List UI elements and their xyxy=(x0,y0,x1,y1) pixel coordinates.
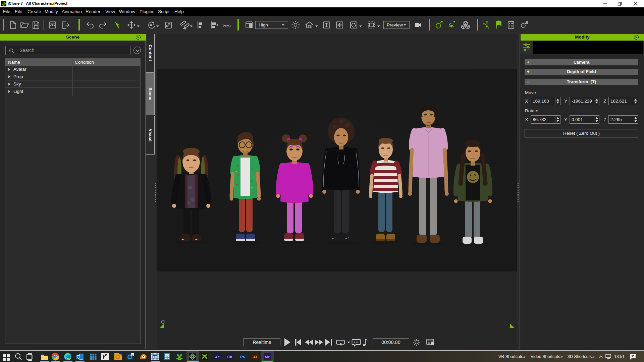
svg-text:Ch: Ch xyxy=(227,355,232,359)
svg-text:M: M xyxy=(119,353,122,356)
svg-text:Ps: Ps xyxy=(240,355,245,359)
svg-text:L: L xyxy=(132,353,133,356)
svg-text:Me: Me xyxy=(265,355,270,359)
svg-text:Ch: Ch xyxy=(153,355,157,359)
svg-text:Ae: Ae xyxy=(215,355,220,359)
svg-text:Ai: Ai xyxy=(253,355,257,359)
